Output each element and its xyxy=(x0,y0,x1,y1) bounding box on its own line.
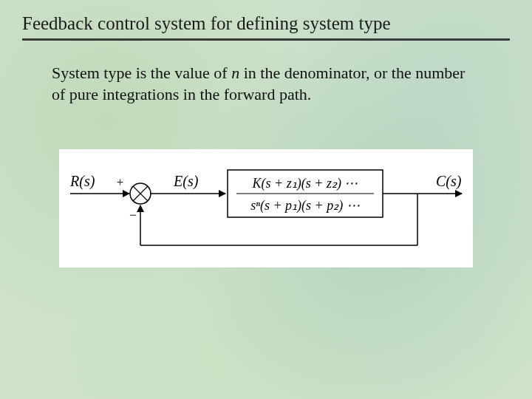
summing-junction-icon xyxy=(130,183,151,204)
minus-sign: − xyxy=(129,208,137,222)
block-diagram: R(s) + − E(s) K(s + z₁)(s + z₂) ⋯ sⁿ(s xyxy=(59,149,473,267)
plus-sign: + xyxy=(117,176,123,188)
input-label: R(s) xyxy=(69,173,95,190)
slide-title: Feedback control system for defining sys… xyxy=(22,13,510,34)
body-paragraph: System type is the value of n in the den… xyxy=(52,63,466,105)
title-underline xyxy=(22,38,510,41)
slide: Feedback control system for defining sys… xyxy=(0,0,532,399)
error-label: E(s) xyxy=(173,173,199,190)
body-text-pre: System type is the value of xyxy=(52,64,231,82)
tf-denominator: sⁿ(s + p₁)(s + p₂) ⋯ xyxy=(250,198,359,214)
tf-numerator: K(s + z₁)(s + z₂) ⋯ xyxy=(252,176,358,191)
body-text-n: n xyxy=(231,64,239,82)
output-label: C(s) xyxy=(436,173,462,190)
